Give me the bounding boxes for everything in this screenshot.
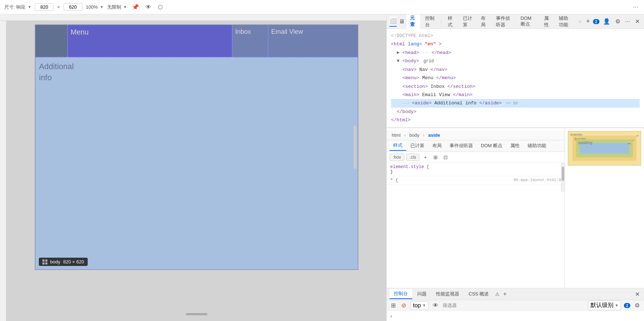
dom-line-body[interactable]: ▼ <body> grid [391, 57, 640, 65]
bottom-info-bar: body 820 × 620 [39, 258, 88, 266]
zoom-label: 100% [86, 4, 98, 10]
tab-layout-top[interactable]: 布局 [477, 14, 491, 30]
height-input[interactable] [64, 3, 82, 11]
more-devtools-button[interactable]: ··· [624, 18, 631, 26]
console-stop-button[interactable]: ⊘ [400, 301, 408, 309]
add-style-button[interactable]: + [422, 153, 429, 161]
dom-line-main[interactable]: <main> Email View </main> [391, 91, 640, 99]
breadcrumb-body[interactable]: body [408, 132, 421, 138]
width-input[interactable] [35, 3, 54, 11]
size-dropdown-icon[interactable]: ▼ [28, 5, 31, 9]
subtab-layout[interactable]: 布局 [429, 141, 445, 150]
level-select-area[interactable]: 默认级别 ▼ [588, 300, 621, 310]
dom-tree: <!DOCTYPE html> <html lang= "en" > ► <he… [387, 29, 644, 128]
close-devtools-button[interactable]: ✕ [634, 17, 641, 26]
toolbar-size-group: 尺寸: 响应 ▼ [4, 4, 31, 10]
tab-computed-top[interactable]: 已计算 [459, 14, 476, 30]
preview-frame: Menu Inbox Email View [35, 24, 358, 270]
dom-line-aside[interactable]: ··· <aside> Additional info </aside> == … [391, 99, 640, 107]
tab-dom-breakpoints-top[interactable]: DOM 断点 [517, 14, 539, 29]
canvas-viewport: Menu Inbox Email View [6, 21, 386, 321]
inbox-label: Inbox [235, 28, 251, 36]
console-tab-performance[interactable]: 性能监视器 [432, 289, 464, 299]
tab-icon-console2[interactable]: 🖥 [398, 17, 405, 27]
screenshot-icon[interactable]: 👁 [144, 3, 153, 11]
console-input[interactable] [394, 313, 640, 319]
styles-left: html › body › aside 样式 已计算 布局 事件侦听器 DOM … [387, 128, 565, 288]
top-dropdown-icon[interactable]: ▼ [422, 303, 426, 307]
user-icon[interactable]: 👤 [602, 17, 612, 26]
settings-icon[interactable]: ⚙ [614, 17, 622, 26]
subtab-dom-bp[interactable]: DOM 断点 [477, 141, 506, 150]
preview-emailview: Email View [268, 25, 358, 57]
tab-events-top[interactable]: 事件侦听器 [492, 14, 515, 30]
close-console-button[interactable]: ✕ [634, 290, 641, 298]
grid-icon [42, 259, 47, 265]
cls-button[interactable]: .cls [406, 154, 419, 161]
zoom-dropdown-icon[interactable]: ▼ [100, 5, 104, 9]
scrollbar-thumb[interactable] [562, 167, 564, 181]
subtab-props[interactable]: 属性 [507, 141, 523, 150]
style-icon-2[interactable]: ⊡ [442, 153, 450, 161]
filter-input[interactable] [443, 303, 585, 308]
subtab-events[interactable]: 事件侦听器 [446, 141, 477, 150]
padding-label: padding [578, 140, 592, 145]
breadcrumb-aside[interactable]: aside [427, 132, 441, 138]
breadcrumb-html[interactable]: html [390, 132, 402, 138]
tab-accessibility-top[interactable]: 辅助功能 [555, 14, 575, 30]
menu-label: Menu [71, 28, 89, 36]
bm-border: border – padding – [572, 136, 636, 161]
limit-label: 无限制 [107, 4, 121, 10]
pin-icon[interactable]: 📌 [130, 3, 141, 11]
aside-text: Additional info [39, 61, 354, 83]
tab-icon-inspector[interactable]: ⬜ [390, 17, 397, 27]
dom-line-html-close[interactable]: </html> [391, 116, 640, 124]
h-scrollbar-thumb[interactable] [186, 313, 207, 315]
preview-aside: Additional info [35, 57, 358, 270]
dimension-x: × [57, 4, 60, 10]
devtools-top-tabs: ⬜ 🖥 元素 控制台 | 样式 已计算 布局 事件侦听器 DOM 断点 属性 辅… [387, 14, 644, 29]
ruler-left [0, 21, 6, 321]
more-options-button[interactable]: ··· [631, 3, 640, 12]
preview-nav [35, 25, 68, 57]
dom-line-html[interactable]: <html lang= "en" > [391, 40, 640, 48]
dom-line-body-close[interactable]: </body> [391, 108, 640, 116]
add-tab-button[interactable]: + [585, 17, 592, 26]
dom-line-head[interactable]: ► <head> ··· </head> [391, 49, 640, 57]
console-tab-console[interactable]: 控制台 [390, 289, 412, 299]
tab-attributes-top[interactable]: 属性 [540, 14, 554, 30]
share-icon[interactable]: ⬡ [156, 3, 164, 11]
dom-line-section[interactable]: <section> Inbox </section> [391, 82, 640, 91]
add-console-tab-button[interactable]: + [502, 290, 508, 298]
console-tab-issues[interactable]: 问题 [413, 289, 431, 299]
tab-elements[interactable]: 元素 [406, 14, 420, 30]
subtab-a11y[interactable]: 辅助功能 [524, 141, 550, 150]
bm-margin: margin – border – padding – [568, 131, 641, 165]
dom-tree-section: <!DOCTYPE html> <html lang= "en" > ► <he… [387, 29, 644, 128]
style-icon-1[interactable]: ⊞ [432, 153, 440, 161]
dom-breadcrumb: html › body › aside [387, 130, 565, 140]
subtab-styles[interactable]: 样式 [390, 141, 406, 151]
level-dropdown-icon[interactable]: ▼ [615, 303, 618, 307]
console-tab-css[interactable]: CSS 概述 [464, 289, 493, 299]
console-badge: 2 [624, 303, 630, 308]
style-rule-element: element.style { } [387, 163, 565, 176]
dom-line-nav[interactable]: <nav> Nav </nav> [391, 65, 640, 74]
padding-minus[interactable]: – [628, 140, 631, 146]
preview-body: Menu Inbox Email View [35, 25, 358, 270]
dom-line-doctype[interactable]: <!DOCTYPE html> [391, 32, 640, 40]
subtab-computed[interactable]: 已计算 [407, 141, 428, 150]
hov-button[interactable]: :hov [390, 154, 404, 161]
limit-dropdown-icon[interactable]: ▼ [123, 5, 127, 9]
tab-console[interactable]: 控制台 [422, 14, 438, 30]
dom-line-menu[interactable]: <menu> Menu </menu> [391, 74, 640, 82]
tab-styles-top[interactable]: 样式 [444, 14, 458, 30]
devtools-sub-tabs: 样式 已计算 布局 事件侦听器 DOM 断点 属性 辅助功能 [387, 140, 565, 152]
ruler-top [0, 14, 386, 21]
console-clear-button[interactable]: ⊞ [390, 301, 397, 309]
top-select-area[interactable]: top ▼ [410, 301, 428, 310]
scroll-indicator[interactable] [354, 126, 356, 169]
scrollbar-track[interactable] [561, 163, 565, 192]
console-settings-button[interactable]: ⚙ [633, 301, 641, 309]
console-eye-icon[interactable]: 👁 [431, 302, 440, 309]
